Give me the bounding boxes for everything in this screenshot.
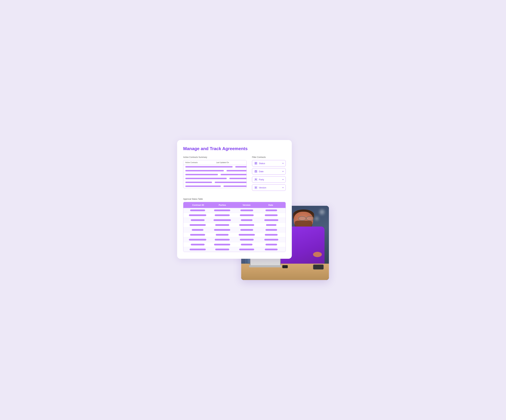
table-row bbox=[183, 237, 286, 242]
updated-bar-2 bbox=[226, 170, 247, 171]
table-row bbox=[183, 208, 286, 213]
summary-row bbox=[183, 169, 246, 173]
cell-bar bbox=[213, 219, 231, 221]
table-row bbox=[183, 213, 286, 218]
cell-bar bbox=[214, 229, 230, 231]
party-icon bbox=[254, 178, 258, 181]
cell-bar bbox=[190, 249, 206, 250]
party-filter[interactable]: Party ▾ bbox=[252, 176, 286, 183]
cell-bar bbox=[266, 224, 276, 226]
table-row bbox=[183, 247, 286, 252]
cell-bar bbox=[239, 234, 255, 236]
approval-label: Approval Status Table bbox=[183, 198, 286, 200]
cell-bar bbox=[215, 249, 229, 250]
active-bar-4 bbox=[185, 178, 227, 179]
date-label: Date bbox=[259, 170, 281, 173]
laptop-base bbox=[249, 265, 281, 267]
summary-table: Active Contracts Last Updated On bbox=[183, 160, 246, 188]
active-bar-5 bbox=[185, 182, 212, 183]
glasses-right bbox=[306, 216, 314, 221]
cell-bar bbox=[189, 239, 206, 240]
updated-bar-4 bbox=[229, 178, 246, 179]
updated-bar-6 bbox=[223, 186, 246, 187]
active-bar-2 bbox=[185, 170, 224, 171]
glasses-left bbox=[298, 216, 306, 221]
summary-label: Active Contracts Summary bbox=[183, 156, 246, 158]
header-parties: Parties bbox=[210, 204, 235, 206]
date-icon bbox=[254, 170, 258, 173]
table-row bbox=[183, 233, 286, 237]
table-row bbox=[183, 218, 286, 223]
filter-section: Filter Contracts Status ▾ bbox=[252, 156, 286, 193]
summary-row bbox=[183, 184, 246, 188]
table-row bbox=[183, 242, 286, 247]
status-chevron: ▾ bbox=[282, 162, 284, 164]
date-chevron: ▾ bbox=[282, 170, 284, 173]
summary-row bbox=[183, 180, 246, 184]
cell-bar bbox=[215, 214, 230, 216]
cell-bar bbox=[265, 214, 278, 216]
status-filter[interactable]: Status ▾ bbox=[252, 160, 286, 167]
filter-label: Filter Contracts bbox=[252, 156, 286, 158]
cell-bar bbox=[240, 209, 253, 211]
summary-row bbox=[183, 173, 246, 177]
approval-table: Contract ID Parties Version Date bbox=[183, 202, 286, 252]
cell-bar bbox=[190, 209, 205, 211]
bokeh-light-2 bbox=[315, 217, 319, 220]
summary-row bbox=[183, 165, 246, 169]
table-row bbox=[183, 227, 286, 233]
page-scene: Manage and Track Agreements Active Contr… bbox=[177, 140, 329, 280]
cell-bar bbox=[266, 209, 277, 211]
table-row bbox=[183, 223, 286, 227]
status-icon bbox=[254, 162, 258, 165]
cell-bar bbox=[190, 224, 206, 226]
cell-bar bbox=[266, 229, 277, 231]
cell-bar bbox=[191, 244, 205, 245]
cell-bar bbox=[216, 234, 228, 236]
phone bbox=[282, 265, 288, 268]
cell-bar bbox=[214, 244, 230, 245]
header-contract-id: Contract ID bbox=[186, 204, 210, 206]
col2-header: Last Updated On bbox=[216, 162, 244, 163]
updated-bar-1 bbox=[235, 166, 246, 167]
summary-row bbox=[183, 177, 246, 180]
updated-bar-3 bbox=[221, 174, 247, 175]
summary-table-header: Active Contracts Last Updated On bbox=[183, 160, 246, 165]
page-title: Manage and Track Agreements bbox=[183, 146, 286, 151]
top-section: Active Contracts Summary Active Contract… bbox=[183, 156, 286, 193]
cell-bar bbox=[215, 224, 229, 226]
cell-bar bbox=[264, 239, 278, 240]
version-label: Version bbox=[259, 187, 281, 189]
cell-bar bbox=[266, 244, 277, 245]
cell-bar bbox=[189, 214, 206, 216]
cell-bar bbox=[264, 219, 278, 221]
tablet bbox=[313, 265, 324, 270]
cell-bar bbox=[240, 214, 254, 216]
header-version: Version bbox=[234, 204, 259, 206]
cell-bar bbox=[265, 249, 278, 250]
approval-table-header: Contract ID Parties Version Date bbox=[183, 202, 286, 208]
cell-bar bbox=[215, 239, 230, 240]
cell-bar bbox=[241, 244, 253, 245]
cell-bar bbox=[190, 234, 205, 236]
ui-card: Manage and Track Agreements Active Contr… bbox=[177, 140, 292, 259]
header-date: Date bbox=[259, 204, 283, 206]
cell-bar bbox=[265, 234, 278, 236]
summary-section: Active Contracts Summary Active Contract… bbox=[183, 156, 246, 193]
party-chevron: ▾ bbox=[282, 179, 284, 181]
cell-bar bbox=[240, 229, 253, 231]
updated-bar-5 bbox=[215, 182, 247, 183]
bokeh-light-1 bbox=[320, 209, 325, 214]
version-chevron: ▾ bbox=[282, 187, 284, 189]
cell-bar bbox=[240, 239, 254, 240]
cell-bar bbox=[191, 219, 205, 221]
active-bar-6 bbox=[185, 186, 221, 187]
cell-bar bbox=[239, 224, 254, 226]
active-bar-3 bbox=[185, 174, 218, 175]
cell-bar bbox=[239, 249, 254, 250]
person-hand-right bbox=[313, 252, 322, 257]
date-filter[interactable]: Date ▾ bbox=[252, 168, 286, 174]
version-filter[interactable]: Version ▾ bbox=[252, 184, 286, 191]
cell-bar bbox=[241, 219, 253, 221]
col1-header: Active Contracts bbox=[185, 162, 213, 163]
